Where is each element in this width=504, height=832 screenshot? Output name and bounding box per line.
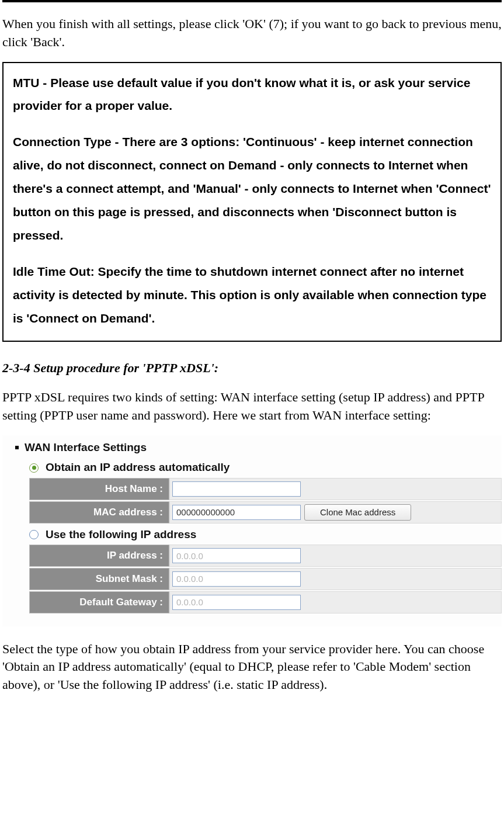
mac-address-value-cell: Clone Mac address bbox=[169, 501, 502, 524]
radio-obtain-auto-label: Obtain an IP address automatically bbox=[46, 460, 230, 476]
wan-settings-title: WAN Interface Settings bbox=[25, 440, 147, 456]
default-gateway-input[interactable] bbox=[172, 595, 301, 610]
radio-icon bbox=[29, 530, 39, 539]
pptp-intro-paragraph: PPTP xDSL requires two kinds of setting:… bbox=[2, 389, 502, 425]
radio-use-static[interactable]: Use the following IP address bbox=[2, 525, 502, 545]
radio-selected-dot-icon bbox=[32, 466, 36, 470]
default-gateway-label: Default Gateway : bbox=[29, 591, 169, 613]
subnet-mask-value-cell bbox=[169, 568, 502, 590]
info-note-box: MTU - Please use default value if you do… bbox=[2, 62, 502, 342]
radio-icon bbox=[29, 463, 39, 473]
host-name-label: Host Name : bbox=[29, 478, 169, 500]
page-divider bbox=[2, 0, 502, 2]
mac-address-row: MAC address : Clone Mac address bbox=[29, 501, 502, 524]
mac-address-input[interactable] bbox=[172, 505, 301, 520]
radio-use-static-label: Use the following IP address bbox=[46, 527, 196, 543]
subnet-mask-input[interactable] bbox=[172, 571, 301, 587]
note-mtu: MTU - Please use default value if you do… bbox=[13, 71, 491, 118]
wan-settings-header: WAN Interface Settings bbox=[2, 439, 502, 458]
note-connection-type: Connection Type - There are 3 options: '… bbox=[13, 130, 491, 247]
ip-address-label: IP address : bbox=[29, 545, 169, 567]
bullet-icon bbox=[15, 446, 19, 449]
host-name-value-cell bbox=[169, 478, 502, 500]
intro-paragraph: When you finish with all settings, pleas… bbox=[2, 15, 502, 51]
host-name-input[interactable] bbox=[172, 481, 301, 497]
clone-mac-button[interactable]: Clone Mac address bbox=[304, 504, 411, 521]
default-gateway-value-cell bbox=[169, 591, 502, 613]
ip-address-value-cell bbox=[169, 545, 502, 567]
section-heading: 2-3-4 Setup procedure for 'PPTP xDSL': bbox=[2, 359, 502, 377]
wan-settings-panel: WAN Interface Settings Obtain an IP addr… bbox=[2, 435, 502, 626]
ip-address-input[interactable] bbox=[172, 548, 301, 563]
radio-obtain-auto[interactable]: Obtain an IP address automatically bbox=[2, 457, 502, 478]
ip-address-row: IP address : bbox=[29, 545, 502, 567]
subnet-mask-row: Subnet Mask : bbox=[29, 568, 502, 590]
outro-paragraph: Select the type of how you obtain IP add… bbox=[2, 640, 502, 694]
mac-address-label: MAC address : bbox=[29, 501, 169, 524]
subnet-mask-label: Subnet Mask : bbox=[29, 568, 169, 590]
note-idle-timeout: Idle Time Out: Specify the time to shutd… bbox=[13, 260, 491, 330]
host-name-row: Host Name : bbox=[29, 478, 502, 500]
default-gateway-row: Default Gateway : bbox=[29, 591, 502, 613]
